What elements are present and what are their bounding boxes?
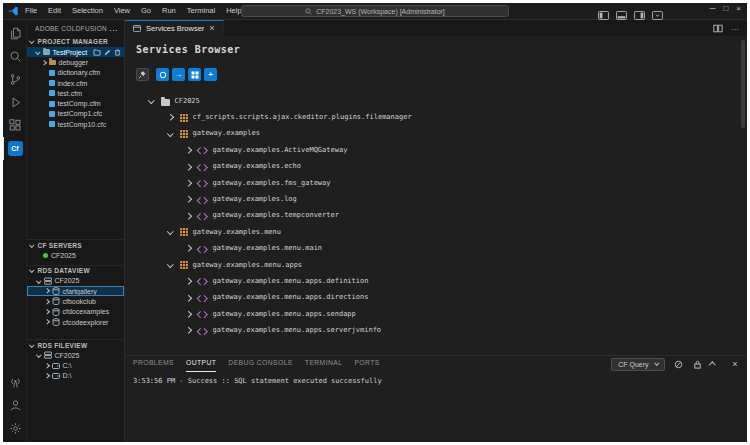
more-actions-icon[interactable]: …	[109, 24, 118, 33]
page-title: Services Browser	[136, 44, 747, 55]
section-project-manager[interactable]: PROJECT MANAGER	[27, 36, 124, 47]
twistie-icon	[167, 130, 173, 136]
title-bar: FileEditSelectionViewGoRunTerminalHelp C…	[3, 3, 747, 20]
database-row[interactable]: cfbookclub	[27, 296, 124, 306]
menu-item[interactable]: Selection	[72, 7, 103, 15]
database-row[interactable]: cfdocexamples	[27, 307, 124, 317]
sidebar-item-coldfusion[interactable]: Cf	[3, 137, 26, 160]
panel-tab[interactable]: TERMINAL	[305, 356, 343, 372]
refresh-button[interactable]	[156, 68, 169, 81]
tree-item[interactable]: gateway.examples.menu.apps.serverjvminfo	[136, 322, 747, 338]
menu-item[interactable]: Help	[226, 7, 241, 15]
file-row[interactable]: testComp10.cfc	[27, 119, 124, 129]
panel-tab[interactable]: PROBLEMS	[133, 356, 174, 372]
twistie-icon	[29, 342, 34, 347]
scrollbar[interactable]	[741, 40, 745, 128]
menu-item[interactable]: File	[25, 7, 37, 15]
sidebar-item-settings[interactable]	[3, 417, 26, 440]
output-channel-select[interactable]: CF Query	[611, 358, 665, 371]
sidebar-item-source-control[interactable]	[3, 68, 26, 91]
sidebar-title: ADOBE COLDFUSION BUIL...	[35, 25, 109, 32]
database-row[interactable]: cfartgallery	[27, 286, 124, 296]
files-icon	[9, 27, 22, 40]
twistie-icon	[185, 327, 191, 333]
sidebar-item-search[interactable]	[3, 45, 26, 68]
workspace-title: CF2023_WS (Workspace) [Administrator]	[316, 8, 445, 15]
tree-item[interactable]: gateway.examples.ActiveMQGateway	[136, 142, 747, 158]
twistie-icon	[36, 278, 41, 283]
tree-item[interactable]: gateway.examples.log	[136, 191, 747, 207]
file-row[interactable]: testComp1.cfc	[27, 109, 124, 119]
file-icon	[49, 101, 55, 107]
panel-tab[interactable]: DEBUG CONSOLE	[228, 356, 293, 372]
tree-item[interactable]: gateway.examples.menu.apps	[136, 257, 747, 273]
twistie-icon	[29, 39, 34, 44]
database-row[interactable]: cfcodeexplorer	[27, 317, 124, 327]
project-row[interactable]: TestProject	[27, 47, 124, 57]
output-content[interactable]: 3:53:56 PM - Success :: SQL statement ex…	[125, 372, 747, 442]
tree-item[interactable]: gateway.examples.menu.apps.definition	[136, 273, 747, 289]
file-row[interactable]: test.cfm	[27, 88, 124, 98]
section-rds-dataview[interactable]: RDS DATAVIEW	[27, 265, 124, 276]
open-folder-icon[interactable]	[93, 49, 101, 56]
twistie-icon	[167, 261, 173, 267]
panel-tab[interactable]: PORTS	[354, 356, 379, 372]
more-actions-icon[interactable]: …	[731, 24, 739, 32]
section-rds-fileview[interactable]: RDS FILEVIEW	[27, 339, 124, 350]
add-button[interactable]: +	[204, 68, 217, 81]
tree-item[interactable]: gateway.examples.tempconverter	[136, 208, 747, 224]
menu-item[interactable]: Run	[162, 7, 176, 15]
close-window-icon[interactable]: ×	[736, 5, 741, 13]
sidebar-item-remote[interactable]	[3, 371, 26, 394]
rds-fileview-server-row[interactable]: CF2025	[27, 350, 124, 360]
tree-item[interactable]: gateway.examples.fms_gateway	[136, 175, 747, 191]
extensions-icon	[9, 119, 22, 132]
minimize-icon[interactable]: ─	[710, 5, 716, 13]
source-control-icon	[9, 73, 22, 86]
sidebar-item-extensions[interactable]	[3, 114, 26, 137]
tree-item[interactable]: gateway.examples.echo	[136, 159, 747, 175]
file-row[interactable]: index.cfm	[27, 78, 124, 88]
tree-item[interactable]: gateway.examples.menu.apps.directions	[136, 290, 747, 306]
sidebar-item-explorer[interactable]	[3, 22, 26, 45]
maximize-icon[interactable]: □	[723, 5, 728, 13]
delete-icon[interactable]	[114, 49, 121, 56]
split-editor-icon[interactable]	[713, 19, 723, 37]
drive-row[interactable]: C:\	[27, 360, 124, 370]
vscode-logo	[9, 6, 19, 16]
maximize-panel-icon[interactable]	[710, 358, 722, 370]
file-row[interactable]: debugger	[27, 57, 124, 67]
twistie-icon	[44, 373, 49, 378]
tree-item[interactable]: cf_scripts.scripts.ajax.ckeditor.plugins…	[136, 109, 747, 125]
twistie-icon	[185, 164, 191, 170]
tree-item[interactable]: gateway.examples.menu	[136, 224, 747, 240]
sidebar-item-run-debug[interactable]	[3, 91, 26, 114]
menu-item[interactable]: Terminal	[187, 7, 215, 15]
tree-item[interactable]: gateway.examples	[136, 126, 747, 142]
go-button[interactable]: →	[172, 68, 185, 81]
tree-item[interactable]: gateway.examples.menu.apps.sendapp	[136, 306, 747, 322]
sidebar-item-accounts[interactable]	[3, 394, 26, 417]
close-panel-icon[interactable]: ×	[729, 358, 741, 370]
clear-output-icon[interactable]	[672, 358, 684, 370]
edit-icon[interactable]	[104, 49, 111, 56]
menu-item[interactable]: Go	[141, 7, 151, 15]
tree-item[interactable]: CF2025	[136, 93, 747, 109]
file-row[interactable]: dictionary.cfm	[27, 68, 124, 78]
rds-dataview-server-row[interactable]: CF2025	[27, 276, 124, 286]
grid-view-button[interactable]	[188, 68, 201, 81]
pin-button[interactable]	[136, 68, 149, 81]
section-cf-servers[interactable]: CF SERVERS	[27, 239, 124, 250]
panel-tab[interactable]: OUTPUT	[186, 356, 216, 372]
drive-row[interactable]: D:\	[27, 371, 124, 381]
tree-item[interactable]: gateway.examples.menu.main	[136, 241, 747, 257]
tab-services-browser[interactable]: Services Browser ×	[125, 20, 224, 36]
file-row[interactable]: testComp.cfm	[27, 98, 124, 108]
circle-icon	[159, 71, 167, 79]
cf-server-row[interactable]: CF2025	[27, 250, 124, 260]
menu-item[interactable]: Edit	[48, 7, 61, 15]
close-tab-icon[interactable]: ×	[209, 24, 214, 33]
menu-item[interactable]: View	[114, 7, 130, 15]
lock-icon[interactable]	[691, 358, 703, 370]
command-center[interactable]: CF2023_WS (Workspace) [Administrator]	[241, 5, 509, 17]
